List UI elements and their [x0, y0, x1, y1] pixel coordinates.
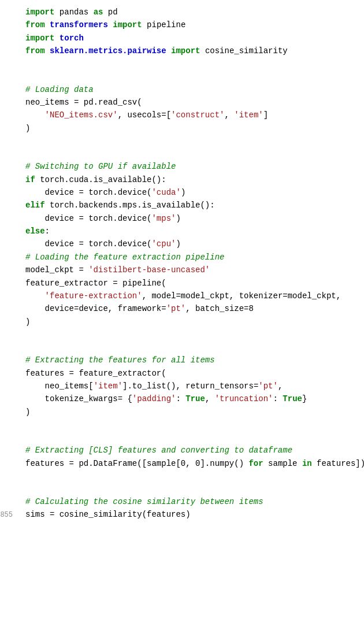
code-line: 855sims = cosine_similarity(features) [0, 508, 364, 521]
token: tokenize_kwargs= { [45, 394, 132, 403]
code-line: # Extracting the features for all items [0, 354, 364, 366]
code-line: tokenize_kwargs= {'padding': True, 'trun… [0, 392, 364, 405]
token: feature_extractor = pipeline( [25, 279, 166, 288]
line-content: # Calculating the cosine similarity betw… [17, 495, 364, 508]
line-content: device=device, framework='pt', batch_siz… [17, 302, 364, 315]
code-line: from transformers import pipeline [0, 18, 364, 31]
token: ) [25, 407, 30, 417]
token: } [302, 394, 307, 403]
token: ) [25, 124, 30, 133]
code-line: neo_items['item'].to_list(), return_tens… [0, 380, 364, 392]
token: 'truncation' [215, 394, 273, 403]
token: from [25, 46, 45, 55]
empty-line [0, 483, 364, 495]
token: features = feature_extractor( [25, 369, 166, 378]
code-line: device = torch.device('mps') [0, 212, 364, 225]
code-line: # Switching to GPU if available [0, 160, 364, 173]
line-content: model_ckpt = 'distilbert-base-uncased' [17, 264, 364, 276]
token: device = torch.device( [45, 239, 152, 249]
line-content: neo_items['item'].to_list(), return_tens… [17, 380, 364, 392]
token: ) [176, 214, 180, 223]
line-content: ) [17, 122, 364, 135]
token: import [25, 34, 54, 43]
code-line: feature_extractor = pipeline( [0, 277, 364, 290]
code-line: features = feature_extractor( [0, 367, 364, 380]
line-content: device = torch.device('mps') [17, 212, 364, 225]
code-line: # Calculating the cosine similarity betw… [0, 495, 364, 508]
token: , [205, 394, 215, 403]
token [45, 46, 50, 55]
empty-line [0, 418, 364, 431]
token: 'construct' [171, 110, 224, 120]
code-line: from sklearn.metrics.pairwise import cos… [0, 45, 364, 57]
comment: # Switching to GPU if available [25, 162, 176, 171]
token [45, 20, 50, 29]
token: cosine_similarity [200, 46, 287, 55]
comment: # Loading data [25, 85, 94, 94]
line-content: features = pd.DataFrame([sample[0, 0].nu… [17, 457, 364, 470]
line-number: 855 [0, 510, 17, 521]
token: import [113, 20, 142, 29]
token: if [25, 175, 35, 184]
token [166, 46, 171, 55]
line-content: feature_extractor = pipeline( [17, 277, 364, 290]
code-line: # Extracting [CLS] features and converti… [0, 444, 364, 457]
line-content: from sklearn.metrics.pairwise import cos… [17, 45, 364, 57]
token: neo_items[ [45, 381, 94, 391]
token: 'cpu' [151, 239, 176, 249]
empty-line [0, 147, 364, 160]
code-line: ) [0, 316, 364, 328]
line-content: sims = cosine_similarity(features) [17, 508, 364, 521]
line-content: 'feature-extraction', model=model_ckpt, … [17, 290, 364, 302]
token: elif [25, 201, 45, 210]
token: 'NEO_items.csv' [45, 110, 118, 120]
line-content: import pandas as pd [17, 6, 364, 18]
empty-line [0, 71, 364, 83]
comment: # Extracting the features for all items [25, 355, 215, 365]
token: ] [263, 110, 268, 120]
token: device=device, framework= [45, 304, 166, 313]
token: 'padding' [132, 394, 176, 403]
token: as [94, 8, 103, 17]
token: sims = cosine_similarity(features) [25, 510, 191, 519]
code-line: import torch [0, 32, 364, 45]
token: from [25, 20, 45, 29]
empty-line [0, 431, 364, 444]
token [54, 34, 59, 43]
code-line: import pandas as pd [0, 6, 364, 18]
token: device = torch.device( [45, 188, 152, 197]
token: features]) [312, 459, 364, 468]
token: pipeline [142, 20, 186, 29]
token: import [171, 46, 200, 55]
token: else [25, 227, 45, 236]
token: ) [181, 188, 185, 197]
token: sklearn.metrics.pairwise [50, 46, 166, 55]
line-content: # Extracting the features for all items [17, 354, 364, 366]
code-line: 'NEO_items.csv', usecols=['construct', '… [0, 109, 364, 121]
token: pandas [54, 8, 93, 17]
token: , batch_size=8 [185, 304, 254, 313]
code-line: # Loading data [0, 83, 364, 96]
line-content: if torch.cuda.is_available(): [17, 173, 364, 186]
token: device = torch.device( [45, 214, 152, 223]
line-content: # Loading the feature extraction pipelin… [17, 251, 364, 264]
token: , [278, 381, 283, 391]
token: True [283, 394, 302, 403]
token: : [176, 394, 185, 403]
token: , [224, 110, 234, 120]
token: import [25, 8, 54, 17]
line-content: ) [17, 406, 364, 418]
token: 'item' [94, 381, 122, 391]
token: sample [263, 459, 302, 468]
code-line: neo_items = pd.read_csv( [0, 96, 364, 109]
code-line: # Loading the feature extraction pipelin… [0, 251, 364, 264]
line-content: # Extracting [CLS] features and converti… [17, 444, 364, 457]
line-content: neo_items = pd.read_csv( [17, 96, 364, 109]
empty-line [0, 328, 364, 341]
line-content: device = torch.device('cpu') [17, 238, 364, 250]
token: ) [25, 317, 30, 327]
code-line: device = torch.device('cpu') [0, 238, 364, 250]
token: pd [103, 8, 117, 17]
token: 'mps' [151, 214, 176, 223]
token: 'item' [234, 110, 263, 120]
